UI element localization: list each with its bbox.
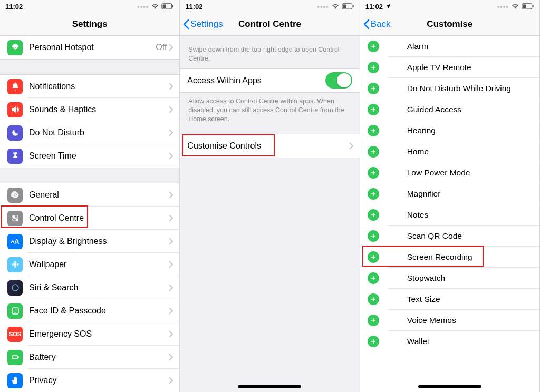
row-label: Magnifier <box>407 189 441 199</box>
gear-icon <box>7 188 23 203</box>
row-label: Wallet <box>407 337 430 346</box>
row-sounds-haptics[interactable]: Sounds & Haptics <box>0 98 179 121</box>
row-label: Hearing <box>407 126 436 135</box>
add-button[interactable] <box>368 83 379 94</box>
add-button[interactable] <box>368 293 379 305</box>
control-voice-memos[interactable]: Voice Memos <box>360 310 539 331</box>
chevron-icon <box>169 284 179 291</box>
row-label: Privacy <box>29 376 169 385</box>
row-personal-hotspot[interactable]: Personal Hotspot Off <box>0 36 179 59</box>
lock-icon <box>385 102 401 117</box>
add-button[interactable] <box>368 188 379 200</box>
speaker-icon <box>7 102 23 117</box>
add-button[interactable] <box>368 41 379 52</box>
settings-screen: 11:02 •••• Settings Personal Hotspot Off… <box>0 0 180 392</box>
add-button[interactable] <box>368 62 379 73</box>
face-icon <box>7 303 23 319</box>
row-label: Do Not Disturb <box>29 128 169 138</box>
row-face-id-passcode[interactable]: Face ID & Passcode <box>0 299 179 322</box>
add-button[interactable] <box>368 315 379 326</box>
status-bar: 11:02 •••• <box>180 0 359 13</box>
row-label: Screen Recording <box>407 252 472 262</box>
control-screen-recording[interactable]: Screen Recording <box>360 247 539 268</box>
add-button[interactable] <box>368 336 379 347</box>
control-apple-tv-remote[interactable]: tv Apple TV Remote <box>360 57 539 78</box>
toggle-access-within-apps[interactable] <box>325 72 352 89</box>
chevron-icon <box>169 214 179 222</box>
row-access-within-apps[interactable]: Access Within Apps <box>180 69 359 92</box>
back-label: Settings <box>190 19 223 30</box>
row-label: Guided Access <box>407 105 461 114</box>
control-stopwatch[interactable]: Stopwatch <box>360 268 539 289</box>
add-button[interactable] <box>368 230 379 242</box>
control-low-power-mode[interactable]: Low Power Mode <box>360 162 539 183</box>
control-notes[interactable]: Notes <box>360 204 539 226</box>
row-control-centre[interactable]: Control Centre <box>0 207 179 230</box>
row-general[interactable]: General <box>0 183 179 207</box>
add-button[interactable] <box>368 104 379 115</box>
svg-rect-33 <box>393 233 396 236</box>
row-label: Battery <box>29 352 169 362</box>
row-privacy[interactable]: Privacy <box>0 369 179 392</box>
row-label: Stopwatch <box>407 273 445 283</box>
control-text-size[interactable]: AA Text Size <box>360 289 539 310</box>
chevron-icon <box>169 44 179 51</box>
sos-icon: SOS <box>7 327 23 342</box>
svg-rect-25 <box>523 5 526 8</box>
ear-icon <box>385 123 401 139</box>
status-icons: •••• <box>137 3 174 11</box>
home-indicator <box>238 385 301 388</box>
wifi-icon <box>331 3 340 9</box>
control-hearing[interactable]: Hearing <box>360 120 539 141</box>
control-alarm[interactable]: Alarm <box>360 36 539 57</box>
row-emergency-sos[interactable]: SOS Emergency SOS <box>0 322 179 346</box>
back-button[interactable]: Settings <box>183 19 223 30</box>
control-wallet[interactable]: Wallet <box>360 331 539 352</box>
row-label: Do Not Disturb While Driving <box>407 84 511 93</box>
row-label: Face ID & Passcode <box>29 306 169 316</box>
control-home[interactable]: Home <box>360 141 539 162</box>
add-button[interactable] <box>368 125 379 136</box>
add-button[interactable] <box>368 167 379 179</box>
wallet-icon <box>385 334 401 349</box>
battery-icon <box>385 165 401 181</box>
svg-rect-22 <box>343 5 346 8</box>
svg-rect-32 <box>390 233 392 236</box>
row-label: Display & Brightness <box>29 237 169 246</box>
control-centre-screen: 11:02 •••• Settings Control Centre Swipe… <box>180 0 360 392</box>
row-do-not-disturb[interactable]: Do Not Disturb <box>0 121 179 144</box>
chevron-icon <box>169 191 179 199</box>
control-scan-qr-code[interactable]: Scan QR Code <box>360 226 539 247</box>
back-button[interactable]: Back <box>363 19 391 30</box>
chevron-icon <box>169 261 179 268</box>
row-customise-controls[interactable]: Customise Controls <box>180 134 359 158</box>
svg-point-10 <box>14 261 16 263</box>
svg-rect-1 <box>172 5 173 7</box>
add-button[interactable] <box>368 251 379 263</box>
row-label: Sounds & Haptics <box>29 105 169 114</box>
svg-point-30 <box>390 191 395 196</box>
row-label: Notes <box>407 210 429 220</box>
battery-icon <box>342 3 354 9</box>
back-label: Back <box>371 19 391 30</box>
clock-icon <box>385 39 401 54</box>
control-magnifier[interactable]: Magnifier <box>360 183 539 204</box>
battery-icon <box>161 3 174 9</box>
row-battery[interactable]: Battery <box>0 346 179 369</box>
row-display-brightness[interactable]: AA Display & Brightness <box>0 230 179 253</box>
tv-icon: tv <box>385 60 401 75</box>
add-button[interactable] <box>368 146 379 158</box>
control-do-not-disturb-while-driving[interactable]: Do Not Disturb While Driving <box>360 78 539 99</box>
home-icon <box>385 144 401 160</box>
control-guided-access[interactable]: Guided Access <box>360 99 539 120</box>
add-button[interactable] <box>368 209 379 221</box>
row-label: Customise Controls <box>187 141 349 151</box>
row-label: Apple TV Remote <box>407 63 471 72</box>
add-button[interactable] <box>368 272 379 284</box>
row-notifications[interactable]: Notifications <box>0 75 179 98</box>
settings-content[interactable]: Personal Hotspot Off Notifications Sound… <box>0 36 179 392</box>
row-screen-time[interactable]: Screen Time <box>0 144 179 168</box>
row-siri-search[interactable]: Siri & Search <box>0 276 179 299</box>
row-label: Control Centre <box>29 213 169 223</box>
row-wallpaper[interactable]: Wallpaper <box>0 253 179 276</box>
